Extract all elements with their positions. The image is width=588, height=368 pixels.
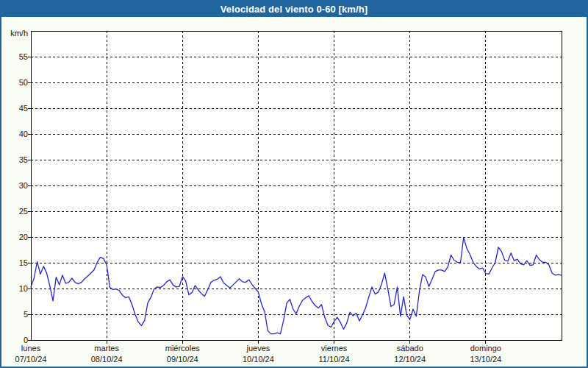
wind-speed-plot [1, 17, 588, 368]
x-day-label: sábado [373, 344, 447, 353]
x-date-label: 11/10/24 [298, 355, 371, 364]
y-tick-label: 45 [1, 104, 28, 113]
y-tick-label: 20 [1, 233, 28, 242]
x-date-label: 13/10/24 [449, 355, 523, 364]
x-day-label: jueves [221, 344, 295, 353]
y-tick-label: 25 [1, 207, 28, 216]
x-date-label: 07/10/24 [0, 355, 68, 364]
y-axis-unit-label: km/h [1, 29, 28, 38]
y-tick-label: 50 [1, 78, 28, 88]
y-tick-label: 10 [1, 284, 28, 294]
x-day-label: viernes [298, 344, 371, 353]
y-tick-label: 15 [1, 258, 28, 268]
x-date-label: 10/10/24 [221, 355, 295, 364]
y-tick-label: 5 [1, 310, 28, 319]
chart-title: Velocidad del viento 0-60 [km/h] [220, 4, 368, 15]
x-date-label: 09/10/24 [146, 355, 219, 364]
y-tick-label: 30 [1, 181, 28, 191]
x-date-label: 12/10/24 [373, 355, 447, 364]
y-tick-label: 40 [1, 130, 28, 139]
chart-area: km/h 0510152025303540455055lunes07/10/24… [1, 17, 588, 368]
x-date-label: 08/10/24 [70, 355, 143, 364]
x-day-label: domingo [449, 344, 523, 353]
x-day-label: lunes [0, 344, 68, 353]
y-tick-label: 35 [1, 155, 28, 165]
y-tick-label: 55 [1, 52, 28, 62]
x-day-label: miércoles [146, 344, 219, 353]
title-bar: Velocidad del viento 0-60 [km/h] [1, 1, 587, 17]
x-day-label: martes [70, 344, 143, 353]
chart-window: Velocidad del viento 0-60 [km/h] km/h 05… [0, 0, 588, 368]
